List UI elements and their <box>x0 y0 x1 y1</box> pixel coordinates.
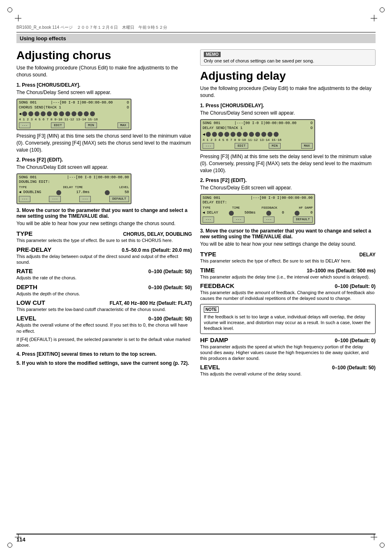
lcd-icon-10 <box>78 111 83 116</box>
param-chorus-level-range: 0–100 (Default: 50) <box>148 316 192 322</box>
dlcd2-val1: ◀ DELAY <box>203 211 218 216</box>
param-rate-range: 0–100 (Default: 50) <box>148 269 192 274</box>
chorus-step4-header: 4. Press [EXIT/NO] several times to retu… <box>16 351 192 357</box>
dlcd2-buttons: --- --- --- DEFAULT <box>203 216 313 222</box>
param-rate: RATE 0–100 (Default: 50) Adjusts the rat… <box>16 267 192 281</box>
lcd-icon-9 <box>71 111 76 116</box>
dlcd1-row2: DELAY SEND|TRACK 1 O <box>203 126 313 131</box>
dparam-level: LEVEL 0–100 (Default: 50) This adjusts t… <box>200 364 376 377</box>
dparam-level-range: 0–100 (Default: 50) <box>332 365 376 371</box>
dlcd2-icon <box>229 211 234 216</box>
chorus-step5-label: If you wish to store the modified settin… <box>22 360 189 366</box>
param-type-name: TYPE <box>16 230 32 237</box>
lcd1-row2: CHORUS SEND|TRACK 1 O <box>19 106 129 111</box>
param-predelay-desc: This adjusts the delay between output of… <box>16 253 192 265</box>
dparam-level-desc: This adjusts the overall volume of the d… <box>200 371 376 377</box>
param-chorus-level-desc: Adjusts the overall volume of the effect… <box>16 322 192 334</box>
param-type-desc: This parameter selects the type of effec… <box>16 237 192 243</box>
crosshair-br <box>371 534 377 540</box>
memo-text: Only one set of chorus settings can be s… <box>204 58 372 63</box>
delay-step1-header: 1. Press [CHORUS/DELAY]. <box>200 103 376 108</box>
dlcd2-val2: 500ms <box>244 211 256 216</box>
delay-step1-label: Press [CHORUS/DELAY]. <box>205 103 264 108</box>
dlcd1-row1: SONG 001 |---[00 I-0 I|00-00:00-00.00 O <box>203 121 313 126</box>
lcd2-label: DOUBLING EDIT: <box>19 180 50 185</box>
chorus-step-1: 1. Press [CHORUS/DELAY]. The Chorus/Dela… <box>16 82 192 153</box>
dlcd2-col4: HF DAMP <box>299 206 313 210</box>
chorus-step1-body: The Chorus/Delay Send screen will appear… <box>16 89 192 96</box>
lcd1-buttons: --- EDIT MIN MAX <box>19 122 129 128</box>
delay-step3-header: 3. Move the cursor to the parameter that… <box>200 228 376 240</box>
lcd1-btn2: EDIT <box>51 122 65 128</box>
header-text: BR1600_R_e.book 114 ページ ２００７年１２月６日 木曜日 午… <box>16 25 167 30</box>
dlcd2-col2: TIME <box>232 206 240 210</box>
lcd2-val3: 50 <box>125 190 129 195</box>
dlcd1-arrow: ◀ <box>203 132 205 137</box>
lcd-icon-4 <box>41 111 46 116</box>
param-type: TYPE CHORUS, DELAY, DOUBLING This parame… <box>16 230 192 243</box>
param-chorus-level: LEVEL 0–100 (Default: 50) Adjusts the ov… <box>16 315 192 334</box>
header-bar: BR1600_R_e.book 114 ページ ２００７年１２月６日 木曜日 午… <box>16 25 376 30</box>
lcd2-btn1: --- <box>19 196 30 202</box>
dparam-time-name: TIME <box>200 267 215 274</box>
right-column: MEMO Only one set of chorus settings can… <box>200 49 376 530</box>
lcd2-btn4: DEFAULT <box>109 196 129 202</box>
dparam-time-desc: This parameter adjusts the delay time (i… <box>200 274 376 280</box>
chorus-step1-label: Press [CHORUS/DELAY]. <box>22 82 80 88</box>
dlcd1-o: O <box>311 121 313 126</box>
lcd2-song: SONG 001 <box>19 175 37 180</box>
dlcd1-nums: 4 1 2 3 4 5 6 7 8 9·10 11·12 13·14 15·16 <box>203 138 313 142</box>
lcd-icon-2 <box>28 111 33 116</box>
lcd1-btn4: MAX <box>118 122 129 128</box>
dlcd2-vals: ◀ DELAY 500ms 0 0 <box>203 211 313 216</box>
dlcd2-col3: FEEDBACK <box>261 206 277 210</box>
note-label: NOTE <box>204 306 219 313</box>
param-lowcut-name: LOW CUT <box>16 299 45 306</box>
lcd1-counter: |---[00 I-0 I|00-00:00-00.00 <box>51 101 113 106</box>
lcd1-val: O <box>127 106 129 111</box>
lcd1-btn1: --- <box>19 122 30 128</box>
dparam-hfdamp-name: HF DAMP <box>200 336 228 343</box>
param-rate-name: RATE <box>16 267 33 274</box>
chorus-step3-header: 3. Move the cursor to the parameter that… <box>16 207 192 219</box>
delay-intro: Use the following procedure (Delay Edit)… <box>200 85 376 99</box>
dlcd2-row2: DELAY EDIT: <box>203 200 313 205</box>
chorus-step5-header: 5. If you wish to store the modified set… <box>16 360 192 366</box>
dlcd2-btn3: --- <box>263 216 274 222</box>
lcd1-row1: SONG 001 |---[00 I-0 I|00-00:00-00.00 O <box>19 101 129 106</box>
dlcd-icon-8 <box>249 132 254 137</box>
dlcd1-song: SONG 001 <box>203 121 220 126</box>
delay-step-1: 1. Press [CHORUS/DELAY]. The Chorus/Dela… <box>200 103 376 174</box>
dparam-hfdamp-range: 0–100 (Default: 0) <box>335 338 376 343</box>
dparam-time-range: 10–1000 ms (Default: 500 ms) <box>307 268 376 274</box>
chorus-step3-label: Move the cursor to the parameter that yo… <box>16 207 187 219</box>
param-lowcut: LOW CUT FLAT, 40 Hz–800 Hz (Default: FLA… <box>16 299 192 312</box>
delay-step-3: 3. Move the cursor to the parameter that… <box>200 228 376 248</box>
delay-step1-note: Pressing [F3] (MIN) at this time sets th… <box>200 153 376 174</box>
param-lowcut-range: FLAT, 40 Hz–800 Hz (Default: FLAT) <box>110 300 192 306</box>
dlcd2-icon3 <box>295 211 300 216</box>
dlcd-icon-5 <box>231 132 235 137</box>
dparam-type: TYPE DELAY This parameter selects the ty… <box>200 251 376 264</box>
dlcd2-icon2 <box>266 211 271 216</box>
lcd2-icon2 <box>105 190 110 195</box>
section-banner: Using loop effects <box>16 34 376 43</box>
dparam-feedback-range: 0–100 (Default: 0) <box>335 283 376 289</box>
dlcd2-cols: TYPE TIME FEEDBACK HF DAMP <box>203 206 313 210</box>
dlcd-icon-3 <box>218 132 223 137</box>
lcd-icon-6 <box>53 111 58 116</box>
param-lowcut-desc: This parameter sets the low-band cutoff … <box>16 306 192 312</box>
chorus-lcd2: SONG 001 |---[00 I-0 I|00-00:00-00.00 DO… <box>16 173 131 204</box>
lcd2-cols: TYPE DELAY TIME LEVEL <box>19 185 129 189</box>
lcd-icon-7 <box>59 111 64 116</box>
lcd1-arrow: ◀ <box>19 111 21 117</box>
dlcd-icon-7 <box>243 132 248 137</box>
corner-mark-tr <box>380 7 385 12</box>
delay-note-text: If the feedback is set to too large a va… <box>204 314 372 332</box>
lcd2-col2: DELAY TIME <box>63 185 83 189</box>
lcd2-btn3: --- <box>79 196 91 202</box>
dlcd-icon-4 <box>224 132 229 137</box>
lcd1-o: O <box>127 101 129 106</box>
dlcd2-btn4: DEFAULT <box>293 216 313 222</box>
dlcd1-label: DELAY SEND|TRACK 1 <box>203 126 242 131</box>
